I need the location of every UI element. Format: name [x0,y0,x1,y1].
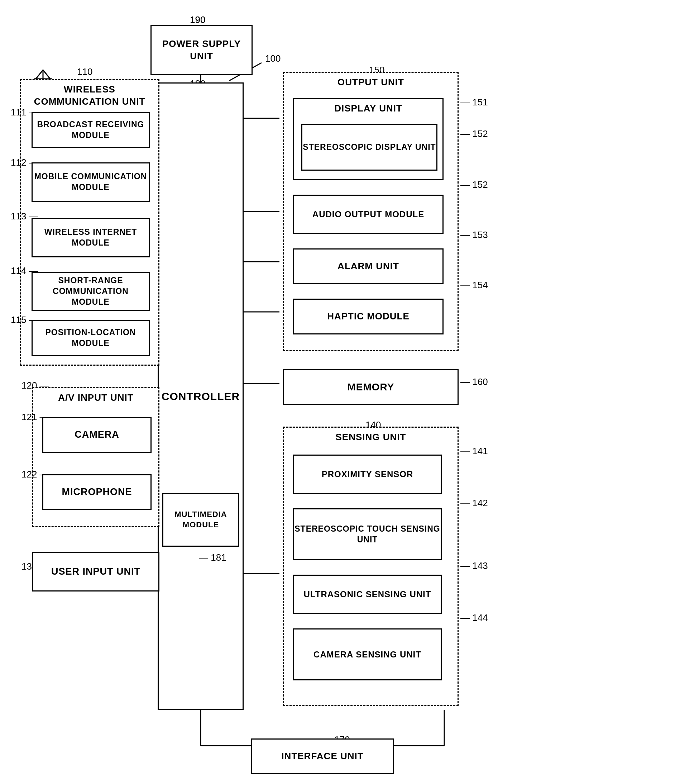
ref-144: — 144 [460,612,488,623]
ref-100: 100 [265,53,280,64]
ref-112: 112 — [11,157,38,168]
wireless-internet-block: WIRELESS INTERNET MODULE [31,218,150,257]
ref-141: — 141 [460,446,488,457]
multimedia-block: MULTIMEDIA MODULE [162,493,239,547]
memory-block: MEMORY [283,369,459,405]
ref-114: 114 — [11,265,38,276]
ref-181: — 181 [199,552,227,563]
wireless-comm-label: WIRELESS COMMUNICATION UNIT [21,84,158,108]
interface-unit-block: INTERFACE UNIT [251,738,394,775]
ref-143: — 143 [460,560,488,571]
controller-block: CONTROLLER [157,82,244,710]
mobile-comm-block: MOBILE COMMUNICATION MODULE [31,162,150,202]
sensing-unit-dashed: SENSING UNIT PROXIMITY SENSOR STEREOSCOP… [283,427,459,706]
display-unit-outer: DISPLAY UNIT STEREOSCOPIC DISPLAY UNIT [293,98,444,180]
stereo-display-block: STEREOSCOPIC DISPLAY UNIT [301,124,438,170]
audio-output-block: AUDIO OUTPUT MODULE [293,195,444,234]
av-input-dashed: A/V INPUT UNIT CAMERA MICROPHONE [32,387,159,527]
ref-142: — 142 [460,498,488,509]
ref-152a: — 152 [460,128,488,139]
diagram: 190 POWER SUPPLY UNIT 190 100 180 CONTRO… [0,0,680,784]
ref-190-label: 190 [190,14,205,25]
alarm-unit-block: ALARM UNIT [293,248,444,284]
haptic-block: HAPTIC MODULE [293,299,444,334]
ref-121: 121 — [22,412,49,423]
camera-block: CAMERA [42,417,151,453]
ref-110: 110 [77,66,93,77]
camera-sensing-block: CAMERA SENSING UNIT [293,628,442,680]
user-input-block: USER INPUT UNIT [32,552,159,592]
stereo-touch-block: STEREOSCOPIC TOUCH SENSING UNIT [293,508,442,560]
power-supply-block: POWER SUPPLY UNIT [151,25,253,75]
ref-115: 115 — [11,314,38,325]
broadcast-block: BROADCAST RECEIVING MODULE [31,112,150,148]
ref-152b: — 152 [460,179,488,190]
microphone-block: MICROPHONE [42,474,151,510]
av-input-label: A/V INPUT UNIT [33,392,158,404]
position-block: POSITION-LOCATION MODULE [31,320,150,356]
short-range-block: SHORT-RANGE COMMUNICATION MODULE [31,272,150,311]
ref-113: 113 — [11,211,38,222]
sensing-unit-label: SENSING UNIT [284,431,458,443]
ref-153: — 153 [460,229,488,241]
ref-122: 122 — [22,469,49,480]
output-unit-label: OUTPUT UNIT [284,76,458,88]
ref-111: 111 — [11,107,38,118]
ref-151: — 151 [460,97,488,108]
output-unit-dashed: OUTPUT UNIT DISPLAY UNIT STEREOSCOPIC DI… [283,72,459,351]
proximity-block: PROXIMITY SENSOR [293,454,442,494]
ultrasonic-block: ULTRASONIC SENSING UNIT [293,575,442,614]
ref-154: — 154 [460,279,488,291]
ref-160: — 160 [460,376,488,388]
wireless-comm-dashed: WIRELESS COMMUNICATION UNIT BROADCAST RE… [20,79,159,366]
